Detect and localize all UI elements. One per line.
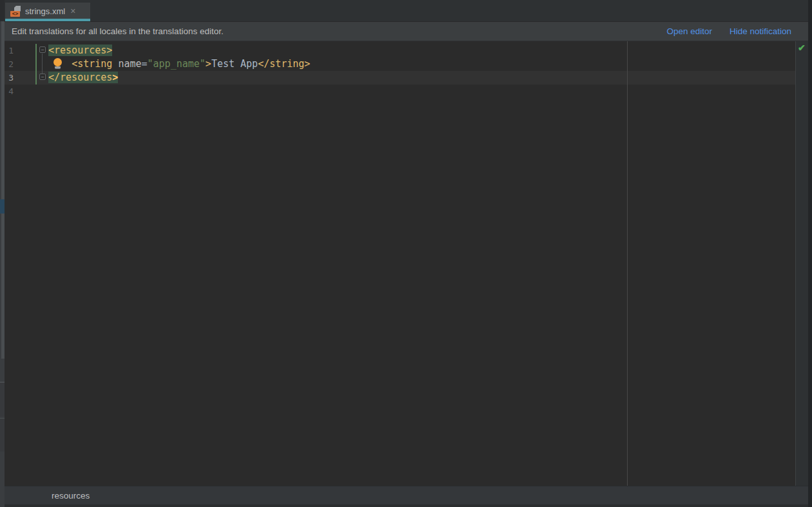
left-strip-block-2 — [0, 418, 5, 452]
fold-guide-line — [42, 54, 43, 74]
inspections-ok-icon[interactable]: ✔ — [798, 43, 806, 53]
xml-file-icon-badge: <> — [10, 11, 20, 17]
xml-open-tag-resources: <resources> — [48, 45, 112, 56]
xml-attr-value: "app_name" — [148, 58, 206, 70]
left-strip-block-1 — [0, 382, 5, 417]
xml-close-tag-string: </string> — [258, 58, 310, 70]
code-line-2: <string name="app_name">Test App</string… — [48, 57, 795, 71]
window-right-edge — [808, 0, 812, 507]
notification-banner: Edit translations for all locales in the… — [5, 21, 808, 41]
vcs-added-marker[interactable] — [35, 44, 37, 84]
fold-marker-icon-open[interactable]: − — [39, 46, 46, 53]
line-number-2[interactable]: 2 — [5, 57, 14, 71]
window-bottom-edge — [5, 504, 808, 507]
xml-bracket-matched: > — [112, 72, 118, 83]
ide-window: <> strings.xml × Edit translations for a… — [0, 0, 812, 507]
tag-match-highlight: </resources> — [48, 72, 118, 83]
code-line-4 — [48, 84, 795, 98]
xml-close-tag-resources: </resources — [48, 72, 112, 83]
line-number-3[interactable]: 3 — [5, 71, 14, 84]
breadcrumb-resources[interactable]: resources — [52, 491, 90, 501]
xml-file-icon: <> — [10, 6, 21, 17]
code-editor[interactable]: <resources> <string name="app_name">Test… — [48, 44, 795, 98]
xml-attr-name: name — [118, 58, 141, 70]
indent — [48, 58, 72, 70]
xml-text-content: Test App — [211, 58, 258, 70]
code-line-3: </resources> — [48, 71, 795, 84]
open-editor-link[interactable]: Open editor — [666, 26, 712, 36]
left-strip-selection-sliver — [0, 199, 5, 214]
close-icon[interactable]: × — [70, 6, 75, 15]
notification-message: Edit translations for all locales in the… — [12, 26, 666, 36]
line-number-4[interactable]: 4 — [5, 84, 14, 98]
tab-strings-xml[interactable]: <> strings.xml × — [5, 3, 90, 21]
breadcrumb-bar: resources — [5, 486, 808, 504]
left-strip-top-segment — [0, 0, 5, 21]
editor-tab-bar: <> strings.xml × — [5, 0, 808, 21]
line-number-1[interactable]: 1 — [5, 44, 14, 57]
xml-bracket: > — [206, 58, 211, 70]
equals-sign: = — [142, 58, 148, 70]
right-margin-guide — [627, 41, 628, 486]
left-edge-strip — [0, 0, 5, 507]
error-stripe[interactable]: ✔ — [795, 41, 808, 486]
fold-marker-icon-close[interactable]: − — [39, 74, 46, 80]
xml-open-tag-string: <string — [72, 58, 112, 70]
code-line-1: <resources> — [48, 44, 795, 57]
editor-pane[interactable]: 1 2 3 4 − − <resources> <string name="ap… — [5, 41, 795, 486]
tab-label: strings.xml — [25, 6, 65, 16]
hide-notification-link[interactable]: Hide notification — [730, 26, 791, 36]
